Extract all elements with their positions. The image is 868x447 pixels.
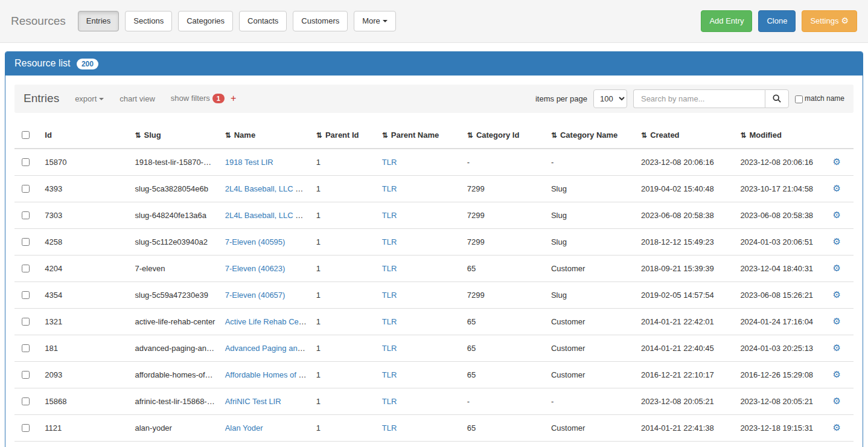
cell-created: 2023-12-08 20:05:21: [636, 388, 735, 414]
nav-button-customers[interactable]: Customers: [293, 11, 348, 31]
parent-name-link[interactable]: TLR: [382, 344, 397, 353]
row-settings-gear-icon[interactable]: ⚙: [833, 236, 841, 246]
add-entry-button[interactable]: Add Entry: [701, 10, 752, 32]
nav-button-entries[interactable]: Entries: [78, 11, 119, 31]
sort-icon[interactable]: ⇅: [316, 131, 322, 140]
cell-category-name: -: [546, 149, 636, 176]
clone-button[interactable]: Clone: [758, 10, 796, 32]
sort-icon[interactable]: ⇅: [740, 131, 746, 140]
name-link[interactable]: Affordable Homes of S...: [225, 370, 310, 379]
parent-name-link[interactable]: TLR: [382, 370, 397, 379]
cell-created: 2018-09-21 15:39:39: [636, 255, 735, 281]
parent-name-link[interactable]: TLR: [382, 423, 397, 433]
name-link[interactable]: 1918 Test LIR: [225, 158, 273, 167]
cell-id: 4258: [40, 228, 130, 255]
chart-view-link[interactable]: chart view: [120, 94, 155, 103]
items-per-page-select[interactable]: 100: [593, 89, 627, 108]
nav-button-contacts[interactable]: Contacts: [239, 11, 287, 31]
cell-category-name: Customer: [546, 255, 636, 281]
row-settings-gear-icon[interactable]: ⚙: [833, 210, 841, 220]
row-settings-gear-icon[interactable]: ⚙: [833, 422, 841, 433]
row-settings-gear-icon[interactable]: ⚙: [833, 342, 841, 353]
row-checkbox[interactable]: [22, 397, 30, 405]
parent-name-link[interactable]: TLR: [382, 397, 397, 406]
name-link[interactable]: Advanced Paging and ...: [225, 344, 311, 353]
row-settings-gear-icon[interactable]: ⚙: [833, 263, 841, 273]
column-label: Id: [45, 130, 52, 140]
parent-name-link[interactable]: TLR: [382, 158, 397, 167]
cell-parent-id: 1: [311, 308, 377, 335]
row-checkbox[interactable]: [22, 344, 30, 352]
parent-name-link[interactable]: TLR: [382, 264, 397, 273]
cell-parent-id: 1: [311, 441, 377, 447]
row-checkbox[interactable]: [22, 158, 30, 166]
name-link[interactable]: 7-Eleven (40623): [225, 264, 286, 273]
parent-name-link[interactable]: TLR: [382, 291, 397, 300]
search-input[interactable]: [633, 89, 765, 108]
column-header-parent-name[interactable]: ⇅Parent Name: [377, 122, 462, 149]
name-link[interactable]: Alan Yoder: [225, 423, 263, 433]
cell-modified: 2023-12-08 20:06:16: [735, 149, 828, 176]
row-settings-gear-icon[interactable]: ⚙: [833, 316, 841, 326]
sort-icon[interactable]: ⇅: [225, 131, 231, 140]
row-settings-gear-icon[interactable]: ⚙: [833, 183, 841, 193]
cell-id: 1121: [40, 414, 130, 441]
sort-icon[interactable]: ⇅: [135, 131, 141, 140]
parent-name-link[interactable]: TLR: [382, 184, 397, 193]
parent-name-link[interactable]: TLR: [382, 211, 397, 220]
sort-icon[interactable]: ⇅: [551, 131, 557, 140]
row-checkbox[interactable]: [22, 238, 30, 246]
sort-icon[interactable]: ⇅: [382, 131, 388, 140]
sort-icon[interactable]: ⇅: [641, 131, 647, 140]
row-checkbox[interactable]: [22, 371, 30, 379]
column-header-created[interactable]: ⇅Created: [636, 122, 735, 149]
name-link[interactable]: Active Life Rehab Center: [225, 317, 311, 326]
table-row: 7347slug-649f2b0ff161cAlan Yoder (2)1TLR…: [14, 441, 854, 447]
cell-parent-id: 1: [311, 255, 377, 281]
match-name-checkbox[interactable]: [795, 95, 803, 103]
export-dropdown[interactable]: export: [75, 94, 104, 103]
cell-category-name: Slug: [546, 202, 636, 228]
sort-icon[interactable]: ⇅: [467, 131, 473, 140]
name-link[interactable]: 2L4L Baseball, LLC U...: [225, 184, 308, 193]
show-filters-link[interactable]: show filters1: [171, 94, 225, 103]
cell-category-id: 7299: [462, 228, 546, 255]
parent-name-link[interactable]: TLR: [382, 317, 397, 326]
row-checkbox[interactable]: [22, 424, 30, 432]
nav-button-more[interactable]: More: [354, 11, 396, 31]
cell-parent-name: TLR: [377, 308, 462, 335]
row-checkbox[interactable]: [22, 211, 30, 219]
column-header-parent-id[interactable]: ⇅Parent Id: [311, 122, 377, 149]
name-link[interactable]: 7-Eleven (40657): [225, 291, 286, 300]
name-link[interactable]: 7-Eleven (40595): [225, 237, 286, 246]
more-label: More: [362, 16, 380, 25]
panel-heading: Resource list 200: [5, 52, 863, 76]
column-header-category-id[interactable]: ⇅Category Id: [462, 122, 546, 149]
nav-button-sections[interactable]: Sections: [125, 11, 172, 31]
row-checkbox[interactable]: [22, 291, 30, 299]
column-header-slug[interactable]: ⇅Slug: [130, 122, 220, 149]
search-button[interactable]: [765, 89, 789, 108]
select-all-checkbox[interactable]: [22, 131, 30, 139]
column-header-name[interactable]: ⇅Name: [220, 122, 311, 149]
name-link[interactable]: 2L4L Baseball, LLC U...: [225, 211, 308, 220]
settings-button[interactable]: Settings⚙: [802, 10, 857, 32]
column-header-category-name[interactable]: ⇅Category Name: [546, 122, 636, 149]
row-settings-gear-icon[interactable]: ⚙: [833, 396, 841, 406]
cell-actions: ⚙: [828, 308, 854, 335]
cell-modified: 2023-06-08 20:58:38: [735, 202, 828, 228]
parent-name-link[interactable]: TLR: [382, 237, 397, 246]
name-link[interactable]: AfriNIC Test LIR: [225, 397, 281, 406]
row-checkbox[interactable]: [22, 318, 30, 326]
add-filter-button[interactable]: +: [231, 93, 236, 104]
nav-button-categories[interactable]: Categories: [178, 11, 233, 31]
column-header-modified[interactable]: ⇅Modified: [735, 122, 828, 149]
row-checkbox[interactable]: [22, 265, 30, 272]
row-settings-gear-icon[interactable]: ⚙: [833, 369, 841, 379]
cell-parent-name: TLR: [377, 149, 462, 176]
row-settings-gear-icon[interactable]: ⚙: [833, 289, 841, 300]
cell-category-name: Slug: [546, 441, 636, 447]
cell-actions: ⚙: [828, 361, 854, 388]
row-checkbox[interactable]: [22, 185, 30, 193]
row-settings-gear-icon[interactable]: ⚙: [833, 156, 841, 167]
